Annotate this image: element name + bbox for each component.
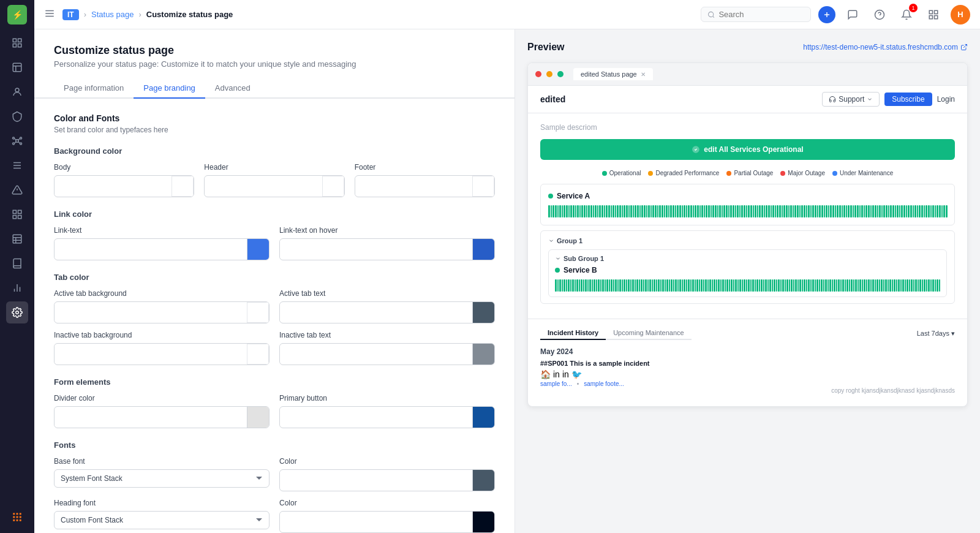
browser-tab-close[interactable]: ✕ — [641, 71, 646, 78]
sidebar-item-grid[interactable] — [6, 203, 28, 225]
inactive-tab-bg-text[interactable]: #FFFFFF — [55, 346, 247, 363]
heading-color-input[interactable]: #000A1D — [279, 511, 495, 533]
help-icon[interactable] — [870, 5, 889, 25]
incident-link-2[interactable]: sample foote... — [584, 380, 624, 387]
inactive-tab-bg-input[interactable]: #FFFFFF — [54, 343, 270, 365]
support-button[interactable]: Support — [822, 92, 880, 107]
divider-color-text[interactable]: #E2E2E2 — [55, 409, 247, 426]
svg-line-13 — [15, 138, 17, 140]
hamburger-icon[interactable] — [44, 8, 55, 21]
tab-incident-history[interactable]: Incident History — [540, 327, 606, 340]
active-tab-bg-input[interactable]: #FFFFFF — [54, 301, 270, 323]
sidebar-item-settings[interactable] — [6, 301, 28, 323]
uptime-segment — [903, 205, 905, 217]
uptime-segment — [755, 279, 756, 292]
body-color-swatch[interactable] — [172, 176, 194, 197]
uptime-segment — [649, 279, 651, 292]
notification-icon[interactable]: 1 — [897, 5, 916, 25]
uptime-segment — [804, 205, 805, 217]
inactive-tab-bg-swatch[interactable] — [247, 344, 269, 365]
base-color-text[interactable]: #475867 — [280, 472, 472, 489]
footer-color-input[interactable]: #FFFFFF — [355, 175, 495, 197]
uptime-segment — [746, 279, 748, 292]
link-text-color-text[interactable]: #3973E6 — [55, 241, 247, 258]
link-hover-swatch[interactable] — [472, 239, 494, 260]
sidebar-item-layers[interactable] — [6, 56, 28, 78]
last-days-dropdown[interactable]: Last 7days ▾ — [917, 330, 955, 338]
active-tab-bg-swatch[interactable] — [247, 302, 269, 323]
sidebar-item-apps[interactable] — [6, 506, 28, 528]
base-color-input[interactable]: #475867 — [279, 469, 495, 491]
sidebar-item-shield[interactable] — [6, 105, 28, 127]
sidebar-item-book[interactable] — [6, 252, 28, 274]
header-color-text[interactable]: #FFFFFF — [205, 178, 322, 195]
uptime-segment — [655, 205, 657, 217]
sidebar-item-home[interactable] — [6, 32, 28, 54]
uptime-segment — [886, 205, 888, 217]
active-tab-text-input[interactable]: #475867 — [279, 301, 495, 323]
primary-button-text[interactable]: #10519D — [280, 409, 472, 426]
uptime-segment — [797, 205, 799, 217]
sidebar-item-list[interactable] — [6, 154, 28, 176]
uptime-segment — [593, 205, 595, 217]
login-link[interactable]: Login — [937, 95, 955, 104]
base-font-select[interactable]: System Font Stack — [54, 469, 270, 488]
breadcrumb-status-page[interactable]: Status page — [91, 10, 134, 19]
sidebar-item-alert[interactable] — [6, 179, 28, 201]
link-text-swatch[interactable] — [247, 239, 269, 260]
chat-icon[interactable] — [843, 5, 862, 25]
header-color-swatch[interactable] — [322, 176, 344, 197]
body-color-input[interactable]: #FFFFFF — [54, 175, 194, 197]
avatar[interactable]: H — [951, 5, 970, 25]
incident-link-1[interactable]: sample fo... — [540, 380, 572, 387]
uptime-segment — [596, 279, 598, 292]
grid-icon[interactable] — [924, 5, 943, 25]
uptime-segment — [821, 279, 823, 292]
heading-font-select[interactable]: Custom Font Stack — [54, 511, 270, 529]
subscribe-button[interactable]: Subscribe — [884, 93, 932, 106]
tab-page-information[interactable]: Page information — [54, 78, 134, 99]
sidebar-logo[interactable]: ⚡ — [7, 5, 27, 25]
sidebar-item-table[interactable] — [6, 228, 28, 250]
inactive-tab-text-text[interactable]: #818A94 — [280, 346, 472, 363]
active-tab-text-text[interactable]: #475867 — [280, 304, 472, 321]
tab-upcoming-maintenance[interactable]: Upcoming Maintenance — [606, 327, 692, 340]
link-text-input[interactable]: #3973E6 — [54, 238, 270, 260]
uptime-segment — [639, 279, 641, 292]
link-hover-color-text[interactable]: #275DC7 — [280, 241, 472, 258]
divider-color-input[interactable]: #E2E2E2 — [54, 406, 270, 428]
uptime-segment — [834, 279, 835, 292]
sidebar-item-topology[interactable] — [6, 130, 28, 152]
search-input[interactable] — [718, 10, 804, 19]
svg-rect-52 — [929, 10, 932, 13]
inactive-tab-text-swatch[interactable] — [472, 344, 494, 365]
heading-color-text[interactable]: #000A1D — [280, 513, 472, 531]
tab-page-branding[interactable]: Page branding — [134, 78, 205, 99]
body-color-text[interactable]: #FFFFFF — [55, 178, 172, 195]
inactive-tab-text-input[interactable]: #818A94 — [279, 343, 495, 365]
footer-color-swatch[interactable] — [472, 176, 494, 197]
search-box[interactable] — [701, 7, 811, 22]
footer-color-text[interactable]: #FFFFFF — [355, 178, 472, 195]
legend-label-operational: Operational — [609, 170, 641, 176]
preview-link[interactable]: https://test-demo-new5-it.status.freshcm… — [803, 43, 968, 51]
add-button[interactable] — [818, 6, 835, 23]
link-hover-input[interactable]: #275DC7 — [279, 238, 495, 260]
uptime-segment — [946, 205, 948, 217]
it-badge[interactable]: IT — [62, 9, 79, 20]
divider-color-swatch[interactable] — [247, 407, 269, 428]
form-content: Color and Fonts Set brand color and type… — [34, 99, 514, 533]
tab-advanced[interactable]: Advanced — [205, 78, 260, 99]
uptime-segment — [897, 205, 899, 217]
primary-button-swatch[interactable] — [472, 407, 494, 428]
panel-header: Customize status page Personalize your s… — [34, 29, 514, 78]
uptime-segment — [690, 205, 692, 217]
base-color-swatch[interactable] — [472, 470, 494, 491]
header-color-input[interactable]: #FFFFFF — [204, 175, 344, 197]
active-tab-bg-text[interactable]: #FFFFFF — [55, 304, 247, 321]
active-tab-text-swatch[interactable] — [472, 302, 494, 323]
sidebar-item-users[interactable] — [6, 81, 28, 103]
primary-button-input[interactable]: #10519D — [279, 406, 495, 428]
heading-color-swatch[interactable] — [472, 512, 494, 532]
sidebar-item-chart[interactable] — [6, 277, 28, 299]
